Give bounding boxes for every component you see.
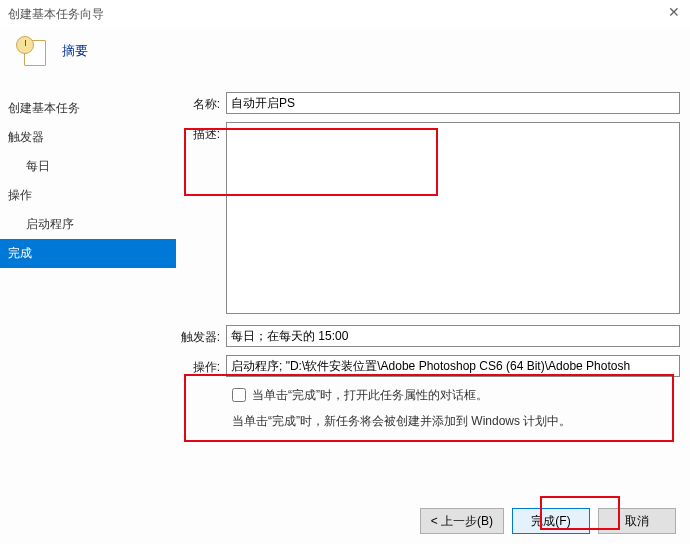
sidebar-item-daily[interactable]: 每日: [0, 152, 176, 181]
wizard-sidebar: 创建基本任务 触发器 每日 操作 启动程序 完成: [0, 84, 176, 484]
trigger-value: [226, 325, 680, 347]
info-text: 当单击“完成”时，新任务将会被创建并添加到 Windows 计划中。: [232, 411, 680, 431]
titlebar: 创建基本任务向导 ✕: [0, 0, 690, 28]
action-label: 操作:: [176, 355, 226, 376]
back-button[interactable]: < 上一步(B): [420, 508, 504, 534]
cancel-button[interactable]: 取消: [598, 508, 676, 534]
page-title: 摘要: [62, 42, 88, 60]
sidebar-item-action[interactable]: 操作: [0, 181, 176, 210]
wizard-icon: [14, 34, 48, 68]
desc-textarea[interactable]: [226, 122, 680, 314]
notes: 当单击“完成”时，打开此任务属性的对话框。 当单击“完成”时，新任务将会被创建并…: [232, 385, 680, 432]
open-properties-checkbox[interactable]: [232, 388, 246, 402]
sidebar-item-trigger[interactable]: 触发器: [0, 123, 176, 152]
action-value: [226, 355, 680, 377]
footer-buttons: < 上一步(B) 完成(F) 取消: [420, 508, 676, 534]
sidebar-item-finish[interactable]: 完成: [0, 239, 176, 268]
finish-button[interactable]: 完成(F): [512, 508, 590, 534]
name-label: 名称:: [176, 92, 226, 113]
desc-label: 描述:: [176, 122, 226, 143]
sidebar-item-create[interactable]: 创建基本任务: [0, 94, 176, 123]
open-properties-label: 当单击“完成”时，打开此任务属性的对话框。: [252, 385, 488, 405]
name-input[interactable]: [226, 92, 680, 114]
close-icon[interactable]: ✕: [668, 4, 680, 20]
main-panel: 名称: 描述: 触发器: 操作: 当单击“完成”时: [176, 84, 690, 484]
trigger-label: 触发器:: [176, 325, 226, 346]
wizard-header: 摘要: [0, 28, 690, 84]
sidebar-item-start-program[interactable]: 启动程序: [0, 210, 176, 239]
window-title: 创建基本任务向导: [8, 6, 104, 23]
